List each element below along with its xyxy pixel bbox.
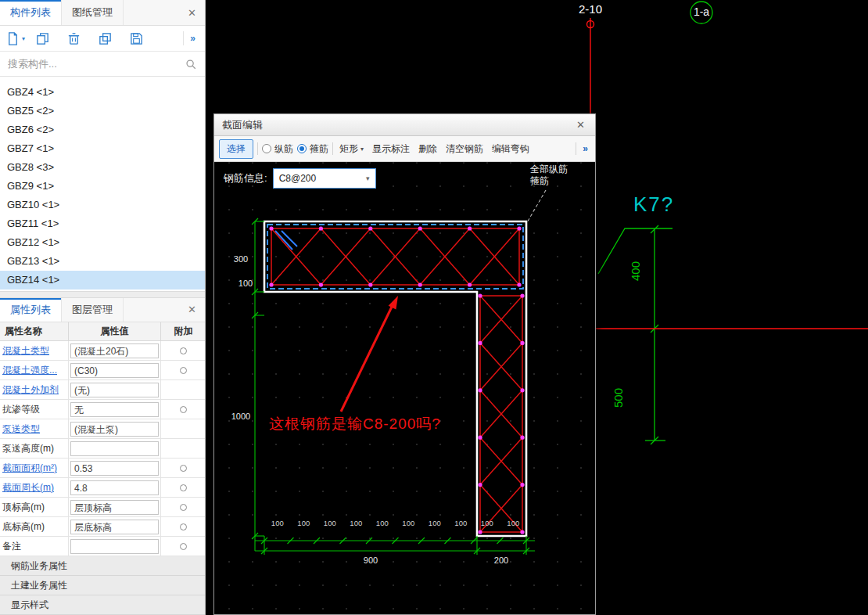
- property-name-label[interactable]: 混凝土外加剂: [0, 380, 69, 399]
- tab-layer-management[interactable]: 图层管理: [62, 298, 124, 322]
- tab-property-list[interactable]: 属性列表: [0, 298, 62, 322]
- section-drawing: 100100100100100100100100100100 300 100 1…: [214, 162, 595, 614]
- rebar-point[interactable]: [520, 436, 524, 440]
- delete-component-button[interactable]: [64, 29, 83, 48]
- close-icon[interactable]: ✕: [574, 119, 587, 131]
- component-list-item[interactable]: GBZ7 <1>: [0, 139, 205, 158]
- property-value-input[interactable]: [70, 539, 159, 554]
- tab-drawing-management[interactable]: 图纸管理: [62, 0, 124, 25]
- stirrup-radio[interactable]: 箍筋: [297, 142, 328, 156]
- rebar-point[interactable]: [520, 341, 524, 345]
- rebar-point[interactable]: [418, 282, 422, 286]
- delete-button[interactable]: 删除: [416, 140, 439, 158]
- rebar-point[interactable]: [319, 282, 323, 286]
- rebar-point[interactable]: [517, 226, 521, 230]
- rebar-point[interactable]: [478, 530, 482, 534]
- property-value-input[interactable]: 层顶标高: [70, 500, 159, 515]
- property-value-input[interactable]: (C30): [70, 363, 159, 378]
- chevron-down-icon[interactable]: ▾: [366, 174, 370, 182]
- property-value-cell: 层顶标高: [69, 498, 161, 516]
- duplicate-layer-button[interactable]: [95, 29, 114, 48]
- save-component-button[interactable]: [127, 29, 145, 48]
- toolbar-more-button[interactable]: »: [183, 31, 202, 45]
- trash-icon: [66, 31, 81, 46]
- component-list-item[interactable]: GBZ9 <1>: [0, 177, 205, 196]
- close-icon[interactable]: ✕: [179, 298, 205, 322]
- chevron-down-icon[interactable]: ▾: [22, 35, 25, 42]
- attach-checkbox[interactable]: [180, 504, 187, 511]
- rebar-point[interactable]: [269, 282, 273, 286]
- dialog-toolbar-more-button[interactable]: »: [580, 143, 590, 154]
- rebar-point[interactable]: [468, 226, 472, 230]
- property-name-label[interactable]: 混凝土强度...: [0, 361, 69, 379]
- component-list-item[interactable]: GBZ11 <1>: [0, 214, 205, 233]
- component-list-item[interactable]: GBZ5 <2>: [0, 102, 205, 120]
- property-section-header[interactable]: 钢筋业务属性: [0, 556, 205, 576]
- rebar-point[interactable]: [368, 226, 372, 230]
- rebar-point[interactable]: [520, 530, 524, 534]
- rebar-point[interactable]: [520, 388, 524, 392]
- property-name-label[interactable]: 混凝土类型: [0, 341, 69, 360]
- property-value-input[interactable]: 0.53: [70, 461, 159, 476]
- rebar-point[interactable]: [478, 388, 482, 392]
- rebar-point[interactable]: [520, 483, 524, 487]
- dimension-unit-labels: 100100100100100100100100100100: [261, 519, 529, 544]
- select-tool-button[interactable]: 选择: [219, 139, 253, 159]
- property-value-input[interactable]: 无: [70, 402, 159, 417]
- dialog-titlebar[interactable]: 截面编辑 ✕: [214, 114, 595, 136]
- rebar-point[interactable]: [478, 483, 482, 487]
- property-value-input[interactable]: 层底标高: [70, 520, 159, 534]
- property-value-input[interactable]: (混凝土20石): [70, 343, 159, 358]
- close-icon[interactable]: ✕: [179, 0, 205, 25]
- component-list-item[interactable]: GBZ6 <2>: [0, 120, 205, 139]
- clear-rebar-button[interactable]: 清空钢筋: [443, 140, 486, 158]
- property-value-input[interactable]: (混凝土泵): [70, 422, 159, 437]
- property-value-input[interactable]: (无): [70, 383, 159, 397]
- rebar-point[interactable]: [418, 226, 422, 230]
- new-component-button[interactable]: [3, 29, 22, 48]
- component-list-item[interactable]: GBZ4 <1>: [0, 83, 205, 102]
- attach-checkbox[interactable]: [180, 465, 187, 472]
- cad-viewport[interactable]: 2-10 1-a K7? 400 500 截面编辑 ✕ 选择 纵筋 箍筋: [206, 0, 868, 615]
- rebar-point[interactable]: [468, 282, 472, 286]
- rebar-point[interactable]: [517, 282, 521, 286]
- rebar-point[interactable]: [520, 293, 524, 297]
- attach-checkbox[interactable]: [180, 367, 187, 374]
- panel-splitter[interactable]: [0, 291, 205, 298]
- section-canvas[interactable]: 100100100100100100100100100100 300 100 1…: [214, 162, 595, 614]
- longitudinal-rebar-radio[interactable]: 纵筋: [262, 142, 293, 156]
- attach-checkbox[interactable]: [180, 347, 187, 354]
- property-value-input[interactable]: [70, 441, 159, 456]
- attach-checkbox[interactable]: [180, 484, 187, 491]
- property-name-label[interactable]: 截面周长(m): [0, 478, 69, 497]
- copy-component-button[interactable]: [33, 29, 52, 48]
- property-section-header[interactable]: 土建业务属性: [0, 576, 205, 595]
- property-value-input[interactable]: 4.8: [70, 480, 159, 495]
- rectangle-tool-button[interactable]: 矩形 ▾: [337, 140, 366, 158]
- component-list-item[interactable]: GBZ13 <1>: [0, 252, 205, 271]
- property-name-label[interactable]: 截面面积(m²): [0, 459, 69, 477]
- attach-checkbox[interactable]: [180, 406, 187, 413]
- rebar-point[interactable]: [319, 226, 323, 230]
- rebar-point[interactable]: [269, 226, 273, 230]
- search-input[interactable]: [8, 58, 185, 70]
- rebar-point[interactable]: [368, 282, 372, 286]
- component-list-item[interactable]: GBZ12 <1>: [0, 233, 205, 252]
- component-list-item[interactable]: GBZ8 <3>: [0, 158, 205, 177]
- tab-component-list[interactable]: 构件列表: [0, 0, 62, 25]
- rebar-info-combobox[interactable]: C8@200 ▾: [273, 168, 376, 189]
- edit-hook-button[interactable]: 编辑弯钩: [490, 140, 532, 158]
- show-annotation-button[interactable]: 显示标注: [370, 140, 412, 158]
- property-section-header[interactable]: 显示样式: [0, 595, 205, 615]
- tie-rebar[interactable]: [282, 231, 297, 246]
- component-list-item[interactable]: GBZ10 <1>: [0, 196, 205, 214]
- component-panel-tabbar: 构件列表 图纸管理 ✕: [0, 0, 205, 26]
- property-name-label[interactable]: 泵送类型: [0, 419, 69, 438]
- attach-checkbox[interactable]: [180, 543, 187, 550]
- search-icon[interactable]: [185, 58, 197, 70]
- component-list-item[interactable]: GBZ14 <1>: [0, 271, 205, 290]
- attach-checkbox[interactable]: [180, 523, 187, 530]
- rebar-point[interactable]: [478, 436, 482, 440]
- rebar-point[interactable]: [478, 293, 482, 297]
- rebar-point[interactable]: [478, 341, 482, 345]
